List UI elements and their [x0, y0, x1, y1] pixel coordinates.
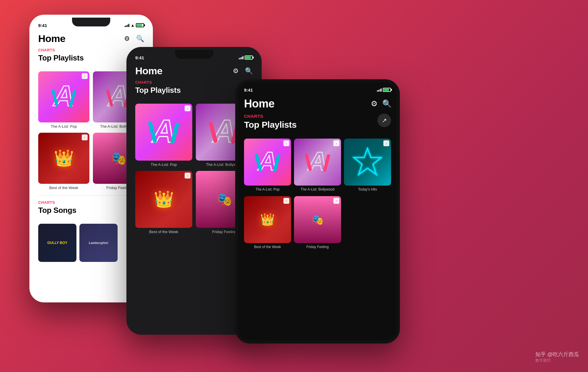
watermark: 知乎 @吃六斤西瓜 数字尾巴: [535, 351, 579, 363]
art-label-pop-2: The A-List: Pop: [135, 162, 192, 167]
art-label-pop-1: The A-List: Pop: [38, 124, 89, 129]
status-icons-3: [377, 88, 391, 92]
trending-button[interactable]: ↗: [377, 114, 391, 127]
search-icon-2[interactable]: 🔍: [245, 67, 253, 75]
apple-badge-5: ♪: [185, 105, 191, 111]
watermark-text: 知乎 @吃六斤西瓜: [535, 351, 579, 358]
app-title-2: Home: [135, 65, 162, 77]
apple-badge-9: ♪: [283, 140, 289, 146]
apple-badge-13: ♪: [333, 198, 339, 204]
signal-icon-2: [239, 56, 244, 59]
art-label-best-2: Best of the Week: [135, 230, 192, 235]
apple-badge-1: ♪: [82, 73, 88, 79]
playlist-item-best-3[interactable]: ♪ 👑 Best of the Week: [244, 196, 291, 250]
notch-2: [175, 50, 213, 59]
app-title-1: Home: [38, 33, 65, 44]
notch-1: [72, 18, 110, 26]
song-art-lamberghini-1[interactable]: Lamberghini: [79, 224, 118, 262]
svg-marker-18: [354, 148, 381, 174]
settings-icon-3[interactable]: ⚙: [370, 100, 378, 108]
person-icon-3: 🎭: [311, 214, 324, 225]
art-label-best-3: Best of the Week: [244, 245, 291, 250]
status-time-2: 9:41: [135, 55, 144, 60]
album-art-pop-3: ♪ A: [244, 139, 291, 186]
settings-icon-2[interactable]: ⚙: [232, 67, 240, 75]
signal-icon-1: [125, 23, 130, 27]
playlist-grid-3: ♪ A The A-List: Pop ♪ A: [238, 139, 397, 192]
app-header-1: Home ⚙ 🔍: [32, 31, 150, 48]
art-label-todayshits-3: Today's Hits: [344, 187, 391, 192]
person-icon-2: 🎭: [216, 192, 233, 207]
album-art-pop-2: ♪ A: [135, 104, 192, 161]
album-art-friday-3: ♪ 🎭: [294, 196, 341, 243]
playlist-item-todayshits-3[interactable]: ♪ Today's Hits: [344, 139, 391, 192]
status-time-3: 9:41: [244, 87, 253, 92]
battery-icon-1: [136, 23, 144, 27]
apple-badge-7: ♪: [185, 173, 191, 179]
section-playlists-3: CHARTS Top Playlists ↗: [238, 114, 397, 139]
crown-icon-1: 👑: [54, 149, 74, 168]
battery-icon-2: [245, 55, 253, 60]
header-icons-3: ⚙ 🔍: [370, 100, 391, 108]
apple-badge-3: ♪: [82, 134, 88, 140]
screen-content-3: Home ⚙ 🔍 CHARTS Top Playlists ↗ ♪: [238, 95, 397, 341]
header-icons-2: ⚙ 🔍: [232, 67, 253, 75]
search-icon-1[interactable]: 🔍: [136, 35, 144, 43]
app-header-3: Home ⚙ 🔍: [238, 95, 397, 114]
album-art-best-2: ♪ 👑: [135, 171, 192, 228]
playlist-item-pop-1[interactable]: ♪ A The A-List: Pop: [38, 71, 89, 129]
status-icons-1: ▲: [125, 23, 144, 28]
playlist-item-best-1[interactable]: ♪ 👑 Best of the Week: [38, 133, 89, 191]
gullyboy-label-1: GULLY BOY: [47, 241, 68, 245]
apple-badge-12: ♪: [283, 198, 289, 204]
header-icons-1: ⚙ 🔍: [123, 35, 144, 43]
apple-badge-10: ♪: [333, 140, 339, 146]
album-art-bollywood-3: ♪ A: [294, 139, 341, 186]
crown-icon-2: 👑: [154, 190, 174, 209]
song-art-gullyboy-1[interactable]: GULLY BOY: [38, 224, 76, 262]
art-label-pop-3: The A-List: Pop: [244, 187, 291, 192]
charts-label-2: CHARTS: [135, 80, 253, 85]
crown-icon-3: 👑: [260, 213, 275, 226]
top-playlists-title-3: Top Playlists: [244, 120, 391, 130]
app-header-2: Home ⚙ 🔍: [129, 63, 259, 80]
app-title-3: Home: [244, 97, 275, 110]
settings-icon-1[interactable]: ⚙: [123, 35, 131, 43]
playlist-item-pop-2[interactable]: ♪ A The A-List: Pop: [135, 104, 192, 167]
playlist-item-best-2[interactable]: ♪ 👑 Best of the Week: [135, 171, 192, 235]
phone-dark-right: 9:41 Home ⚙ 🔍: [235, 79, 400, 344]
person-icon-1: 🎭: [111, 151, 127, 166]
art-label-bollywood-3: The A-List: Bollywood: [294, 187, 341, 192]
album-art-best-3: ♪ 👑: [244, 196, 291, 243]
charts-label-3: CHARTS: [244, 114, 391, 119]
art-label-friday-3: Friday Feeling: [294, 245, 341, 250]
status-icons-2: [239, 55, 253, 60]
notch-3: [298, 82, 337, 91]
charts-label-1: CHARTS: [38, 48, 144, 52]
status-time-1: 9:41: [38, 23, 47, 28]
battery-icon-3: [383, 88, 391, 92]
playlist-item-pop-3[interactable]: ♪ A The A-List: Pop: [244, 139, 291, 192]
signal-icon-3: [377, 88, 382, 92]
playlist-item-friday-3[interactable]: ♪ 🎭 Friday Feeling: [294, 196, 341, 250]
album-art-todayshits-3: ♪: [344, 139, 391, 186]
playlist-item-bollywood-3[interactable]: ♪ A The A-List: Bollywood: [294, 139, 341, 192]
wifi-icon-1: ▲: [131, 23, 135, 28]
watermark-sub: 数字尾巴: [535, 358, 579, 363]
search-icon-3[interactable]: 🔍: [383, 100, 391, 108]
art-label-best-1: Best of the Week: [38, 186, 89, 191]
album-art-pop-1: ♪ A: [38, 71, 89, 122]
playlist-grid-3-row2: ♪ 👑 Best of the Week ♪ 🎭 Friday Feeling: [238, 196, 397, 250]
lamberghini-label-1: Lamberghini: [89, 241, 108, 245]
album-art-best-1: ♪ 👑: [38, 133, 89, 184]
apple-badge-11: ♪: [383, 140, 389, 146]
